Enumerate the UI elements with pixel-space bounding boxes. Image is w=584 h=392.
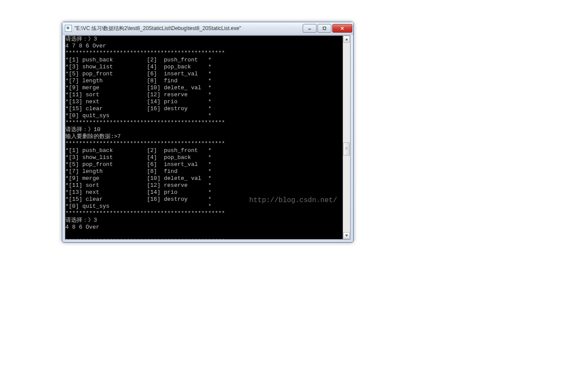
scroll-thumb[interactable]	[343, 142, 350, 155]
svg-marker-4	[345, 38, 348, 41]
app-icon	[65, 25, 72, 32]
console-area: 请选择：》3 4 7 8 6 Over ********************…	[65, 35, 351, 240]
titlebar[interactable]: "E:\VC 练习\数据结构2\test8_20StaticList\Debug…	[62, 22, 353, 35]
svg-rect-1	[323, 27, 326, 30]
scroll-down-button[interactable]	[343, 232, 350, 239]
window-title: "E:\VC 练习\数据结构2\test8_20StaticList\Debug…	[74, 25, 302, 32]
maximize-button[interactable]	[317, 24, 331, 33]
vertical-scrollbar[interactable]	[343, 36, 350, 239]
svg-marker-5	[345, 235, 348, 237]
console-output: 请选择：》3 4 7 8 6 Over ********************…	[65, 36, 343, 239]
close-button[interactable]	[332, 24, 352, 33]
minimize-button[interactable]	[303, 24, 317, 33]
scroll-up-button[interactable]	[343, 36, 350, 43]
console-window: "E:\VC 练习\数据结构2\test8_20StaticList\Debug…	[62, 22, 354, 243]
window-controls	[302, 24, 352, 33]
